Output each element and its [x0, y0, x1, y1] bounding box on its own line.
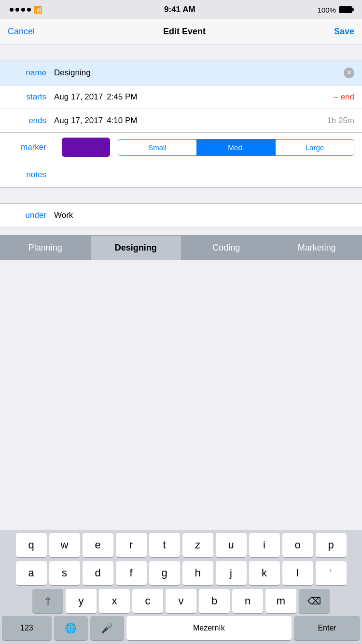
space-key[interactable]: Mezerník: [126, 616, 292, 640]
key-n[interactable]: n: [232, 589, 263, 613]
key-d[interactable]: d: [83, 561, 113, 585]
numbers-key[interactable]: 123: [2, 616, 52, 640]
key-w[interactable]: w: [49, 533, 80, 557]
name-row: name ✕: [0, 60, 362, 85]
cancel-button[interactable]: Cancel: [8, 27, 35, 37]
key-b[interactable]: b: [199, 589, 230, 613]
signal-dot-4: [27, 8, 31, 12]
keyboard-row-1: q w e r t z u i o p: [0, 530, 362, 558]
key-v[interactable]: v: [166, 589, 196, 613]
ends-date: Aug 17, 2017: [54, 116, 103, 126]
spacer-2: [0, 188, 362, 196]
marker-row: marker Small Med. Large: [0, 133, 362, 162]
name-input[interactable]: [54, 68, 344, 78]
backspace-key[interactable]: ⌫: [299, 589, 330, 613]
key-q[interactable]: q: [16, 533, 47, 557]
key-c[interactable]: c: [132, 589, 163, 613]
color-swatch[interactable]: [62, 138, 110, 157]
size-med-button[interactable]: Med.: [197, 140, 276, 155]
key-g[interactable]: g: [149, 561, 180, 585]
notes-label: notes: [8, 170, 46, 180]
battery-percentage: 100%: [318, 6, 336, 14]
clear-button[interactable]: ✕: [344, 68, 354, 78]
key-m[interactable]: m: [265, 589, 296, 613]
nav-bar: Cancel Edit Event Save: [0, 19, 362, 44]
status-bar: 📶 9:41 AM 100%: [0, 0, 362, 19]
status-bar-time: 9:41 AM: [164, 5, 195, 14]
key-u[interactable]: u: [216, 533, 247, 557]
battery-fill: [340, 7, 351, 12]
autocomplete-designing[interactable]: Designing: [91, 236, 181, 260]
key-p[interactable]: p: [316, 533, 347, 557]
starts-label: starts: [8, 92, 46, 102]
duration-text: 1h 25m: [327, 116, 354, 126]
globe-key[interactable]: 🌐: [54, 616, 88, 640]
ends-label: ends: [8, 116, 46, 126]
signal-dot-2: [15, 8, 19, 12]
mic-key[interactable]: 🎤: [90, 616, 124, 640]
key-apostrophe[interactable]: ˈ: [316, 561, 347, 585]
marker-label: marker: [8, 142, 46, 152]
wifi-icon: 📶: [34, 6, 42, 14]
battery-icon: [339, 6, 352, 13]
key-i[interactable]: i: [249, 533, 280, 557]
key-s[interactable]: s: [49, 561, 80, 585]
status-bar-right: 100%: [318, 6, 352, 14]
starts-date: Aug 17, 2017: [54, 92, 103, 102]
end-button[interactable]: – end: [334, 92, 354, 102]
key-z[interactable]: z: [182, 533, 213, 557]
save-button[interactable]: Save: [334, 27, 354, 37]
form-section: name ✕ starts Aug 17, 2017 2:45 PM – end…: [0, 60, 362, 188]
starts-row[interactable]: starts Aug 17, 2017 2:45 PM – end: [0, 85, 362, 109]
size-small-button[interactable]: Small: [118, 140, 197, 155]
key-f[interactable]: f: [116, 561, 147, 585]
under-value: Work: [54, 210, 73, 220]
autocomplete-marketing[interactable]: Marketing: [272, 236, 362, 260]
keyboard-row-2: a s d f g h j k l ˈ: [0, 558, 362, 586]
under-row[interactable]: under Work: [0, 204, 362, 227]
under-label: under: [8, 210, 46, 220]
key-y[interactable]: y: [66, 589, 97, 613]
signal-dot-3: [21, 8, 25, 12]
keyboard-row-3: ⇧ y x c v b n m ⌫: [0, 586, 362, 614]
key-x[interactable]: x: [99, 589, 130, 613]
key-t[interactable]: t: [149, 533, 180, 557]
starts-time: 2:45 PM: [107, 92, 137, 102]
key-l[interactable]: l: [282, 561, 313, 585]
page-title: Edit Event: [163, 27, 206, 37]
under-section: under Work: [0, 203, 362, 227]
key-j[interactable]: j: [216, 561, 247, 585]
ends-time: 4:10 PM: [107, 116, 137, 126]
size-large-button[interactable]: Large: [276, 140, 354, 155]
signal-dot-1: [10, 8, 14, 12]
autocomplete-planning[interactable]: Planning: [0, 236, 91, 260]
signal-dots: [10, 8, 31, 12]
key-a[interactable]: a: [16, 561, 47, 585]
enter-key[interactable]: Enter: [294, 616, 360, 640]
name-label: name: [8, 68, 46, 78]
autocomplete-coding[interactable]: Coding: [181, 236, 272, 260]
key-r[interactable]: r: [116, 533, 147, 557]
size-segmented-control: Small Med. Large: [118, 139, 354, 156]
key-k[interactable]: k: [249, 561, 280, 585]
notes-row[interactable]: notes: [0, 162, 362, 187]
key-o[interactable]: o: [282, 533, 313, 557]
status-bar-left: 📶: [10, 6, 42, 14]
autocomplete-bar: Planning Designing Coding Marketing: [0, 235, 362, 260]
keyboard: q w e r t z u i o p a s d f g h j k l ˈ …: [0, 530, 362, 644]
shift-key[interactable]: ⇧: [32, 589, 63, 613]
spacer-1: [0, 44, 362, 52]
key-e[interactable]: e: [83, 533, 113, 557]
ends-row[interactable]: ends Aug 17, 2017 4:10 PM 1h 25m: [0, 109, 362, 133]
key-h[interactable]: h: [182, 561, 213, 585]
keyboard-bottom-row: 123 🌐 🎤 Mezerník Enter: [0, 614, 362, 644]
